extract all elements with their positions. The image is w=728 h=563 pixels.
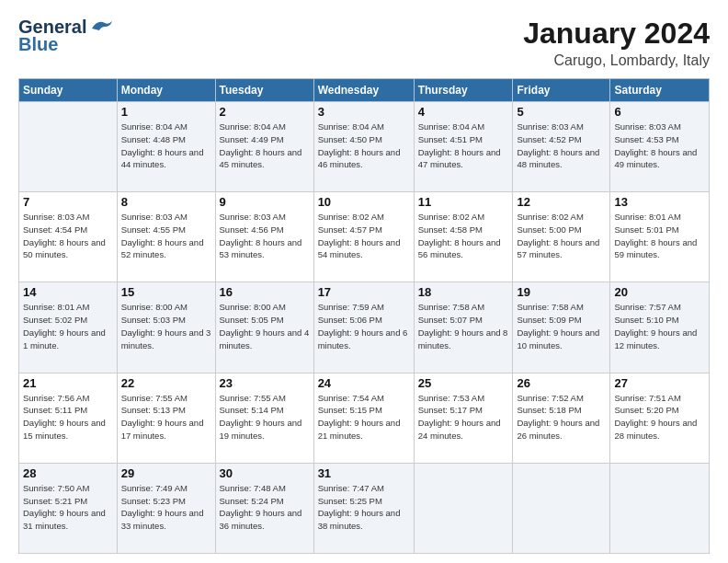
day-number: 9 [220, 195, 310, 209]
day-detail: Sunrise: 8:04 AMSunset: 4:48 PMDaylight:… [121, 121, 211, 171]
table-row: 18Sunrise: 7:58 AMSunset: 5:07 PMDayligh… [414, 282, 513, 373]
day-detail: Sunrise: 8:02 AMSunset: 5:00 PMDaylight:… [517, 211, 606, 261]
table-row: 14Sunrise: 8:01 AMSunset: 5:02 PMDayligh… [19, 282, 118, 373]
table-row: 23Sunrise: 7:55 AMSunset: 5:14 PMDayligh… [215, 373, 313, 463]
day-detail: Sunrise: 7:56 AMSunset: 5:11 PMDaylight:… [23, 392, 113, 442]
table-row: 30Sunrise: 7:48 AMSunset: 5:24 PMDayligh… [215, 463, 313, 553]
day-detail: Sunrise: 7:59 AMSunset: 5:06 PMDaylight:… [318, 301, 410, 351]
day-number: 1 [121, 105, 211, 119]
day-number: 11 [418, 195, 509, 209]
table-row: 21Sunrise: 7:56 AMSunset: 5:11 PMDayligh… [19, 373, 118, 463]
day-number: 3 [318, 105, 410, 119]
table-row: 7Sunrise: 8:03 AMSunset: 4:54 PMDaylight… [19, 192, 118, 282]
day-detail: Sunrise: 8:03 AMSunset: 4:56 PMDaylight:… [220, 211, 310, 261]
calendar-week-row: 28Sunrise: 7:50 AMSunset: 5:21 PMDayligh… [19, 463, 710, 553]
table-row: 13Sunrise: 8:01 AMSunset: 5:01 PMDayligh… [610, 192, 710, 282]
header-monday: Monday [117, 79, 215, 102]
day-detail: Sunrise: 7:54 AMSunset: 5:15 PMDaylight:… [318, 392, 410, 442]
day-detail: Sunrise: 7:55 AMSunset: 5:14 PMDaylight:… [220, 392, 310, 442]
day-number: 31 [318, 466, 410, 480]
day-number: 25 [418, 376, 509, 390]
day-detail: Sunrise: 7:47 AMSunset: 5:25 PMDaylight:… [318, 482, 410, 533]
day-detail: Sunrise: 7:48 AMSunset: 5:24 PMDaylight:… [220, 482, 310, 533]
table-row: 26Sunrise: 7:52 AMSunset: 5:18 PMDayligh… [513, 373, 610, 463]
day-number: 7 [23, 195, 113, 209]
weekday-header-row: Sunday Monday Tuesday Wednesday Thursday… [19, 79, 710, 102]
day-number: 17 [318, 285, 410, 299]
header: General Blue January 2024 Carugo, Lombar… [18, 17, 710, 69]
table-row: 5Sunrise: 8:03 AMSunset: 4:52 PMDaylight… [513, 102, 610, 192]
day-detail: Sunrise: 8:04 AMSunset: 4:49 PMDaylight:… [220, 121, 310, 171]
day-number: 4 [418, 105, 509, 119]
day-number: 15 [121, 285, 211, 299]
logo-blue: Blue [18, 34, 58, 55]
day-number: 24 [318, 376, 410, 390]
table-row: 4Sunrise: 8:04 AMSunset: 4:51 PMDaylight… [414, 102, 513, 192]
day-number: 28 [23, 466, 113, 480]
day-detail: Sunrise: 7:52 AMSunset: 5:18 PMDaylight:… [517, 392, 606, 442]
day-detail: Sunrise: 7:55 AMSunset: 5:13 PMDaylight:… [121, 392, 211, 442]
day-number: 29 [121, 466, 211, 480]
day-number: 2 [220, 105, 310, 119]
day-detail: Sunrise: 8:03 AMSunset: 4:54 PMDaylight:… [23, 211, 113, 261]
header-friday: Friday [513, 79, 610, 102]
calendar-page: General Blue January 2024 Carugo, Lombar… [0, 0, 728, 563]
day-detail: Sunrise: 7:58 AMSunset: 5:07 PMDaylight:… [418, 301, 509, 351]
day-number: 21 [23, 376, 113, 390]
header-saturday: Saturday [610, 79, 710, 102]
day-number: 6 [614, 105, 705, 119]
header-thursday: Thursday [414, 79, 513, 102]
table-row: 16Sunrise: 8:00 AMSunset: 5:05 PMDayligh… [215, 282, 313, 373]
table-row [414, 463, 513, 553]
day-detail: Sunrise: 7:53 AMSunset: 5:17 PMDaylight:… [418, 392, 509, 442]
day-detail: Sunrise: 8:03 AMSunset: 4:55 PMDaylight:… [121, 211, 211, 261]
table-row: 25Sunrise: 7:53 AMSunset: 5:17 PMDayligh… [414, 373, 513, 463]
title-block: January 2024 Carugo, Lombardy, Italy [523, 17, 710, 69]
day-number: 19 [517, 285, 606, 299]
table-row: 15Sunrise: 8:00 AMSunset: 5:03 PMDayligh… [117, 282, 215, 373]
table-row: 29Sunrise: 7:49 AMSunset: 5:23 PMDayligh… [117, 463, 215, 553]
day-detail: Sunrise: 8:02 AMSunset: 4:58 PMDaylight:… [418, 211, 509, 261]
logo-bird-icon [88, 17, 114, 36]
day-number: 8 [121, 195, 211, 209]
day-number: 23 [220, 376, 310, 390]
table-row: 27Sunrise: 7:51 AMSunset: 5:20 PMDayligh… [610, 373, 710, 463]
day-number: 20 [614, 285, 705, 299]
calendar-table: Sunday Monday Tuesday Wednesday Thursday… [18, 78, 710, 554]
table-row: 6Sunrise: 8:03 AMSunset: 4:53 PMDaylight… [610, 102, 710, 192]
day-detail: Sunrise: 8:03 AMSunset: 4:53 PMDaylight:… [614, 121, 705, 171]
header-wednesday: Wednesday [313, 79, 414, 102]
day-detail: Sunrise: 8:00 AMSunset: 5:05 PMDaylight:… [220, 301, 310, 351]
header-tuesday: Tuesday [215, 79, 313, 102]
header-sunday: Sunday [19, 79, 118, 102]
table-row: 9Sunrise: 8:03 AMSunset: 4:56 PMDaylight… [215, 192, 313, 282]
day-detail: Sunrise: 8:01 AMSunset: 5:02 PMDaylight:… [23, 301, 113, 351]
table-row: 3Sunrise: 8:04 AMSunset: 4:50 PMDaylight… [313, 102, 414, 192]
table-row [513, 463, 610, 553]
day-number: 10 [318, 195, 410, 209]
table-row [610, 463, 710, 553]
logo: General Blue [18, 17, 114, 55]
table-row: 10Sunrise: 8:02 AMSunset: 4:57 PMDayligh… [313, 192, 414, 282]
table-row: 19Sunrise: 7:58 AMSunset: 5:09 PMDayligh… [513, 282, 610, 373]
day-number: 22 [121, 376, 211, 390]
page-subtitle: Carugo, Lombardy, Italy [523, 52, 710, 69]
table-row: 12Sunrise: 8:02 AMSunset: 5:00 PMDayligh… [513, 192, 610, 282]
calendar-week-row: 14Sunrise: 8:01 AMSunset: 5:02 PMDayligh… [19, 282, 710, 373]
day-number: 18 [418, 285, 509, 299]
day-detail: Sunrise: 8:04 AMSunset: 4:50 PMDaylight:… [318, 121, 410, 171]
calendar-week-row: 1Sunrise: 8:04 AMSunset: 4:48 PMDaylight… [19, 102, 710, 192]
day-number: 14 [23, 285, 113, 299]
table-row: 28Sunrise: 7:50 AMSunset: 5:21 PMDayligh… [19, 463, 118, 553]
day-detail: Sunrise: 8:03 AMSunset: 4:52 PMDaylight:… [517, 121, 606, 171]
table-row: 31Sunrise: 7:47 AMSunset: 5:25 PMDayligh… [313, 463, 414, 553]
day-detail: Sunrise: 8:01 AMSunset: 5:01 PMDaylight:… [614, 211, 705, 261]
day-number: 12 [517, 195, 606, 209]
page-title: January 2024 [523, 17, 710, 51]
day-detail: Sunrise: 7:58 AMSunset: 5:09 PMDaylight:… [517, 301, 606, 351]
day-number: 16 [220, 285, 310, 299]
day-detail: Sunrise: 8:00 AMSunset: 5:03 PMDaylight:… [121, 301, 211, 351]
table-row: 2Sunrise: 8:04 AMSunset: 4:49 PMDaylight… [215, 102, 313, 192]
day-detail: Sunrise: 7:51 AMSunset: 5:20 PMDaylight:… [614, 392, 705, 442]
day-detail: Sunrise: 8:04 AMSunset: 4:51 PMDaylight:… [418, 121, 509, 171]
